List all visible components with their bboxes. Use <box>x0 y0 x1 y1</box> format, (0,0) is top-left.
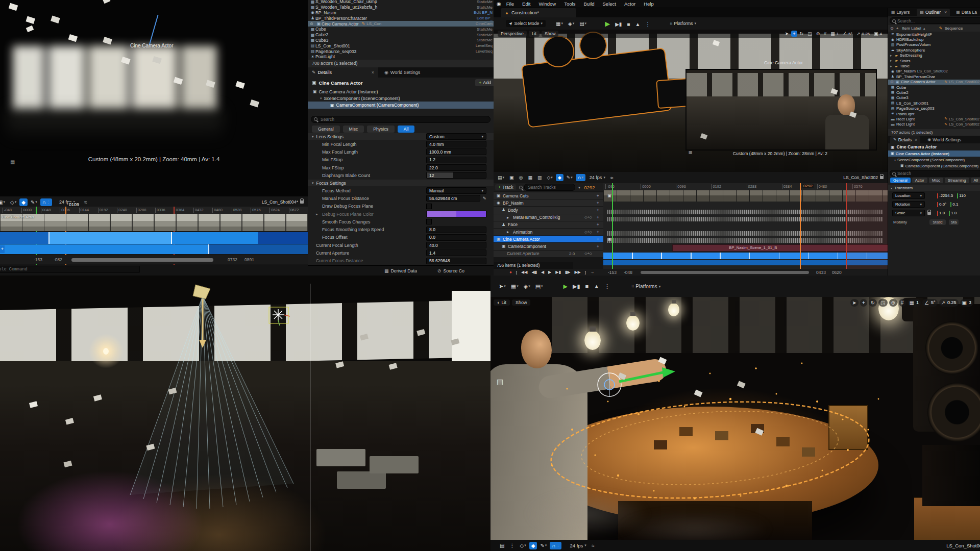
outliner-row[interactable]: ▬ Rect Light ✎ LS_Con_Shot002 <box>888 122 980 127</box>
move-tool-icon[interactable]: + <box>860 299 867 307</box>
add-actor-icon[interactable]: ▦▾ <box>554 20 565 28</box>
outliner-row[interactable]: ▸ ▰ SetDressing <box>888 53 980 58</box>
lit-dropdown[interactable]: Lit <box>529 31 540 37</box>
property-row[interactable]: Max FStop 22.0 <box>308 164 494 171</box>
fps-dropdown[interactable]: 24 fps▾ <box>567 542 589 549</box>
component-row-camera[interactable]: ▣ CameraComponent (CameraComponent) <box>888 163 980 169</box>
menu-item[interactable]: Help <box>644 1 654 7</box>
outliner-row[interactable]: ◉ BP_Nasim LS_Con_Shot002 <box>888 69 980 74</box>
grid-snap-icon[interactable]: ▦1 <box>908 299 921 307</box>
sequencer-camera-icon[interactable]: ▣▾ <box>0 198 7 206</box>
toolbar-kebab-icon[interactable]: ⋮ <box>602 282 612 291</box>
property-row[interactable]: Current Aperture 1.4 <box>308 249 494 257</box>
blueprints-icon[interactable]: ◈▾ <box>522 282 532 291</box>
source-control-button[interactable]: ⊘Source Co <box>437 268 464 273</box>
close-icon[interactable]: × <box>944 10 947 15</box>
cinematics-icon[interactable]: ▤▾ <box>577 20 589 28</box>
snap-toggle-icon[interactable]: ∩⋮ <box>550 542 561 549</box>
sequencer-track-row[interactable]: ▣ Camera Cuts + ▣ <box>494 192 603 199</box>
screenshot-icon[interactable]: ▦ <box>689 150 693 155</box>
pin-column-icon[interactable]: + <box>896 26 899 31</box>
toolbar-kebab-icon[interactable]: ⋮ <box>643 20 652 28</box>
platforms-dropdown[interactable]: ⌗ Platforms▾ <box>628 283 664 290</box>
filter-button[interactable]: All <box>398 126 415 133</box>
expand-arrow-icon[interactable]: ▾ <box>320 96 322 101</box>
sequencer-track-row[interactable]: ▣ CameraComponent + <box>494 243 603 249</box>
outliner-row[interactable]: ▥ PostProcessVolum <box>888 42 980 47</box>
sequencer-track-row[interactable]: ◉ BP_Nasim + <box>494 199 603 206</box>
transform-row[interactable]: Location▾ -2254.5 110 <box>888 191 980 200</box>
edit-mode-icon[interactable]: ✎▾ <box>29 198 39 206</box>
step-back-button[interactable]: ◀ <box>540 270 546 274</box>
outliner-row[interactable]: ▤ PageSource_seq003 LevelSeq <box>308 48 494 54</box>
transform-axis-dropdown[interactable]: Rotation▾ <box>892 201 925 208</box>
horizontal-scrollbar[interactable] <box>641 271 809 274</box>
menu-item[interactable]: Select <box>603 1 616 7</box>
component-row-scene[interactable]: ▾ SceneComponent (SceneComponent) <box>888 157 980 163</box>
outliner-row[interactable]: ☁ SkyAtmosphere <box>888 47 980 53</box>
keyframe-strip[interactable] <box>607 238 883 243</box>
clapper-icon[interactable]: ▤ <box>497 378 503 386</box>
component-row-instance[interactable]: ▣ Cine Camera Actor (Instance) <box>888 151 980 157</box>
edit-mode-icon[interactable]: ✎▾ <box>565 174 575 181</box>
range-start-marker[interactable] <box>612 183 613 269</box>
component-row-instance[interactable]: ▣ Cine Camera Actor (Instance) <box>308 88 494 95</box>
lens-settings-header[interactable]: ▾ Lens Settings Custom...▾ <box>308 133 494 140</box>
snap-actors-icon[interactable]: # <box>899 299 906 307</box>
filter-button[interactable]: Misc <box>929 178 943 183</box>
property-row[interactable]: Manual Focus Distance 56.629848 cm ✎ <box>308 194 494 202</box>
add-track-button[interactable]: + <box>0 245 5 253</box>
menu-item[interactable]: Window <box>538 1 556 7</box>
range-num[interactable]: 0891 <box>244 257 254 262</box>
step-forward-button[interactable]: ▶▮ <box>554 270 562 274</box>
tl-viewport[interactable]: Cine Camera Actor Custom (48mm x 20.2mm)… <box>0 0 308 196</box>
outliner-row[interactable]: ⊙ ▣ Cine Camera Actor ✎ LS_Con_Shot002 <box>888 80 980 85</box>
tab-details[interactable]: ✎Details× <box>890 136 920 143</box>
outliner-row[interactable]: ▦ Cube <box>888 85 980 90</box>
keyframe-strip[interactable] <box>607 231 883 236</box>
playhead[interactable] <box>800 183 801 269</box>
property-row[interactable]: Smooth Focus Changes <box>308 218 494 226</box>
kebab-icon[interactable]: ⋮ <box>507 542 517 549</box>
outliner-row[interactable]: ♟ BP_ThirdPersonChar <box>888 74 980 79</box>
play-forward-button[interactable]: ▶ <box>547 270 553 274</box>
property-row[interactable]: Min FStop 1.2 <box>308 156 494 164</box>
select-mode-dropdown[interactable]: ➤ Select Mode▾ <box>506 20 546 27</box>
outliner-row[interactable]: ≋ ExponentialHeightF <box>888 32 980 37</box>
jump-end-button[interactable]: ▶▶ <box>573 270 582 274</box>
prev-key-button[interactable]: ◀▮ <box>530 270 538 274</box>
curve-editor-icon[interactable]: ≈ <box>82 198 89 206</box>
outliner-row[interactable]: ▦ Cube StaticMe <box>308 27 494 32</box>
value-input[interactable]: 56.629848 cm <box>426 195 480 202</box>
horizontal-scrollbar[interactable] <box>71 258 213 262</box>
sequencer-track-row[interactable]: Current Aperture 2.0 ◇+◇ <box>494 251 603 257</box>
outliner-row[interactable]: ▬ Rect Light ✎ LS_Con_Shot002 <box>888 116 980 121</box>
value-dropdown[interactable]: Manual▾ <box>426 187 486 194</box>
filter-button[interactable]: General <box>312 126 340 133</box>
value-slider[interactable]: 12 <box>426 172 486 179</box>
keyframe-strip[interactable] <box>607 210 883 214</box>
outliner-row[interactable]: ▦ Cube2 <box>888 90 980 95</box>
tab-world-settings[interactable]: ◉ World Settings <box>384 70 420 75</box>
transform-axis-dropdown[interactable]: Scale▾ <box>892 210 925 216</box>
outliner-row[interactable]: ◉ HDRIBackdrop <box>888 37 980 42</box>
add-component-button[interactable]: +Add <box>475 79 494 86</box>
outliner-row[interactable]: ▦ Cube3 <box>888 95 980 101</box>
transform-axis-dropdown[interactable]: Location▾ <box>892 192 925 199</box>
keyframe-options-icon[interactable]: ◇▾ <box>545 174 554 181</box>
stop-button[interactable]: ■ <box>625 20 632 28</box>
property-row[interactable]: Min Focal Length 4.0 mm <box>308 140 494 148</box>
tab-outliner[interactable]: ▤Outliner× <box>917 9 950 16</box>
menu-item[interactable]: Build <box>583 1 594 7</box>
move-tool-icon[interactable]: + <box>791 31 797 37</box>
sequencer-track-row[interactable]: ♟ Body + <box>494 207 603 213</box>
grid-snap-icon[interactable]: ▦1 <box>829 31 840 37</box>
blueprints-icon[interactable]: ◈▾ <box>566 20 576 28</box>
tab-data-layers[interactable]: ▦Data La <box>956 10 977 15</box>
camera-speed-icon[interactable]: ▣4 <box>872 31 884 37</box>
checkbox[interactable] <box>426 219 432 224</box>
filter-button[interactable]: General <box>890 178 911 183</box>
property-row[interactable]: Max Focal Length 1000.0 mm <box>308 148 494 156</box>
render-movie-icon[interactable]: ▥ <box>535 174 544 181</box>
keyframe-options-icon[interactable]: ◇▾ <box>8 198 18 206</box>
